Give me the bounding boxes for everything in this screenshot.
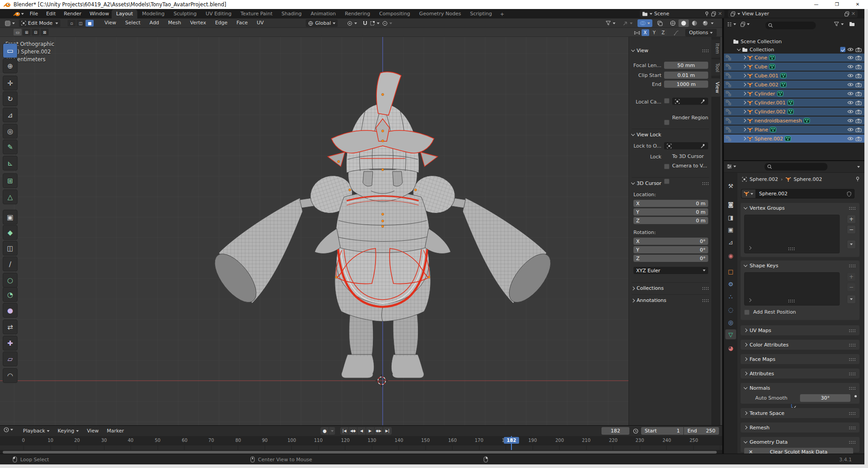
face-maps-panel[interactable]: Face Maps [740, 354, 860, 364]
id-type-button[interactable] [741, 189, 755, 198]
tool-poly-build[interactable]: ○ [3, 273, 18, 288]
ptab-material[interactable]: ◕ [725, 343, 736, 353]
menu-face[interactable]: Face [232, 20, 252, 26]
list-grip[interactable] [788, 299, 795, 302]
ptab-physics[interactable]: ◌ [725, 305, 736, 315]
camera-icon[interactable] [855, 64, 862, 69]
tool-shrink-fatten[interactable]: ✚ [3, 336, 18, 351]
mirror-z-button[interactable]: Z [660, 29, 667, 36]
select-mode-new-button[interactable]: ▭ [14, 29, 22, 36]
disclosure-icon[interactable] [742, 119, 746, 122]
outliner-item-nendroidbasemesh[interactable]: nendroidbasemesh [724, 117, 864, 125]
outliner-item-cylinder002[interactable]: Cylinder.002 [724, 108, 864, 116]
panel-grip[interactable] [702, 182, 709, 185]
n-tab-view[interactable]: View [711, 78, 720, 97]
breadcrumb-object[interactable]: Sphere.002 [750, 176, 778, 182]
focal-length-field[interactable]: 50 mm [664, 62, 708, 69]
outliner-item-cylinder[interactable]: Cylinder [724, 90, 864, 98]
tool-measure[interactable]: ⊾ [3, 156, 18, 171]
face-select-button[interactable]: ■ [86, 20, 94, 27]
auto-smooth-angle-field[interactable]: 30° [800, 394, 850, 402]
render-region-checkbox[interactable] [664, 120, 669, 125]
frame-end-field[interactable]: End 250 [684, 427, 719, 435]
maximize-button[interactable]: ❐ [827, 0, 847, 9]
cursor-loc-x-field[interactable]: X0 m [633, 200, 708, 207]
mirror-x-button[interactable]: X [642, 29, 649, 36]
tool-inset-faces[interactable]: ▣ [3, 210, 18, 225]
camera-icon[interactable] [855, 82, 862, 87]
remesh-panel[interactable]: Remesh [740, 422, 860, 433]
cursor-rot-x-field[interactable]: X0° [633, 238, 708, 245]
outliner-item-cylinder001[interactable]: Cylinder.001 [724, 99, 864, 107]
shape-key-specials-button[interactable] [847, 295, 856, 304]
tool-knife[interactable]: ∕ [3, 256, 18, 271]
outliner-scene-collection[interactable]: Scene Collection [724, 37, 864, 45]
tool-rip-region[interactable]: ◠ [3, 368, 18, 383]
previous-keyframe-button[interactable]: ◀◆ [349, 427, 357, 435]
tab-shading[interactable]: Shading [277, 9, 306, 18]
menu-window[interactable]: Window [86, 11, 113, 17]
menu-add[interactable]: Add [145, 20, 163, 26]
animate-dot-icon[interactable] [854, 395, 857, 397]
eye-icon[interactable] [847, 127, 854, 132]
eyedropper-icon[interactable] [701, 99, 705, 104]
n-tab-tool[interactable]: Tool [711, 59, 720, 76]
remove-icon[interactable]: ✕ [851, 11, 855, 17]
playhead-frame-badge[interactable]: 182 [504, 437, 519, 444]
panel-grip[interactable] [849, 426, 856, 429]
eye-icon[interactable] [847, 64, 854, 69]
to-3d-cursor-checkbox[interactable] [664, 164, 669, 169]
disclosure-icon[interactable] [742, 65, 746, 68]
cursor-loc-y-field[interactable]: Y0 m [633, 208, 708, 216]
normals-header[interactable]: Normals [741, 383, 859, 393]
disclosure-icon[interactable] [742, 74, 746, 77]
shading-wireframe-button[interactable] [668, 19, 678, 27]
panel-grip[interactable] [702, 49, 709, 52]
shading-rendered-button[interactable] [700, 19, 710, 27]
eye-icon[interactable] [847, 55, 854, 60]
tab-modeling[interactable]: Modeling [137, 9, 169, 18]
panel-grip[interactable] [849, 372, 856, 375]
new-collection-icon[interactable] [849, 22, 855, 27]
menu-edge[interactable]: Edge [211, 20, 232, 26]
vertex-groups-header[interactable]: Vertex Groups [741, 203, 859, 213]
panel-grip[interactable] [849, 329, 856, 332]
next-keyframe-button[interactable]: ◆▶ [375, 427, 383, 435]
current-frame-field[interactable]: 182 [601, 427, 629, 435]
panel-grip[interactable] [849, 207, 856, 210]
gizmo-dropdown[interactable] [620, 19, 635, 27]
scrollbar-thumb[interactable] [3, 451, 717, 454]
camera-icon[interactable] [855, 136, 862, 141]
properties-editor-type[interactable] [727, 164, 736, 169]
geometry-data-header[interactable]: Geometry Data [741, 437, 859, 447]
panel-grip[interactable] [849, 412, 856, 415]
disclosure-down-icon[interactable] [737, 47, 741, 50]
tool-select-box[interactable]: ▭ [3, 43, 18, 58]
ptab-tool[interactable]: ⚒ [725, 181, 736, 191]
panel-grip[interactable] [849, 441, 856, 444]
disclosure-icon[interactable] [742, 92, 746, 95]
ptab-render[interactable]: ◙ [725, 199, 736, 209]
properties-search[interactable] [764, 163, 827, 171]
menu-marker[interactable]: Marker [103, 428, 128, 434]
timeline-ruler[interactable]: 0 10 20 30 40 50 60 70 80 90 100 110 120… [0, 436, 722, 446]
menu-keying[interactable]: Keying [54, 428, 83, 434]
local-camera-checkbox[interactable] [664, 98, 669, 104]
keying-set-dropdown[interactable] [329, 427, 335, 435]
ptab-world[interactable]: ◉ [725, 251, 736, 261]
tab-rendering[interactable]: Rendering [340, 9, 375, 18]
vertex-group-specials-button[interactable] [847, 240, 856, 249]
view-lock-panel-header[interactable]: View Lock [632, 129, 709, 138]
copy-icon[interactable] [844, 11, 850, 17]
add-rest-position-checkbox[interactable] [744, 310, 750, 315]
outliner-search[interactable] [765, 22, 816, 29]
add-workspace-button[interactable]: + [497, 10, 508, 18]
mode-dropdown[interactable]: Edit Mode [19, 19, 60, 27]
camera-icon[interactable] [855, 47, 862, 52]
panel-grip[interactable] [849, 358, 856, 361]
euler-mode-dropdown[interactable]: XYZ Euler [633, 267, 708, 274]
jump-to-start-button[interactable]: |◀ [340, 427, 349, 435]
pin-icon[interactable] [705, 11, 709, 17]
outliner-item-plane[interactable]: Plane [724, 126, 864, 134]
camera-icon[interactable] [855, 118, 862, 123]
